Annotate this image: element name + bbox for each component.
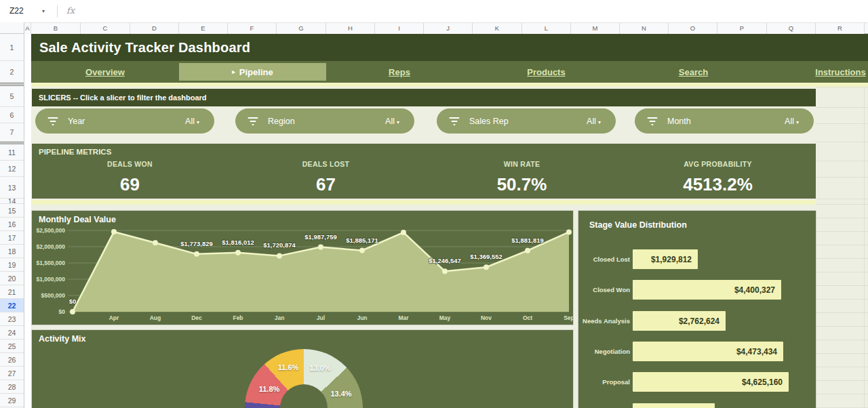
- slicer-value-dropdown[interactable]: All▾: [785, 117, 799, 126]
- pie-slice-label: 13.0%: [309, 364, 330, 372]
- row-header-22[interactable]: 22: [0, 299, 24, 312]
- row-header-25[interactable]: 25: [0, 340, 24, 353]
- tab-reps[interactable]: Reps: [326, 61, 473, 83]
- row-header-13[interactable]: 13: [0, 177, 24, 199]
- row-header-12[interactable]: 12: [0, 161, 24, 177]
- name-box-caret-icon[interactable]: ▾: [42, 8, 45, 14]
- bar-row: Negotiation$4,473,434: [578, 342, 816, 361]
- gridline: [816, 123, 868, 124]
- column-header-R[interactable]: R: [816, 23, 865, 34]
- svg-text:Jun: Jun: [357, 314, 367, 321]
- column-header-Q[interactable]: Q: [767, 23, 816, 34]
- metric-label: WIN RATE: [424, 160, 620, 168]
- metric-deals-lost: DEALS LOST67: [228, 160, 424, 195]
- slicer-year[interactable]: YearAll▾: [35, 108, 214, 134]
- row-header-2[interactable]: 2: [0, 61, 24, 83]
- formula-bar: Z22 ▾ fx: [0, 0, 868, 22]
- metric-label: DEALS LOST: [228, 160, 424, 168]
- column-header-F[interactable]: F: [228, 23, 277, 34]
- row-header-23[interactable]: 23: [0, 312, 24, 326]
- bar: [633, 403, 715, 408]
- bar-category-label: Closed Won: [578, 280, 630, 300]
- slicer-label: Region: [268, 117, 295, 126]
- svg-text:$1,816,012: $1,816,012: [222, 239, 254, 246]
- svg-text:$500,000: $500,000: [41, 292, 66, 299]
- gridline: [816, 367, 868, 367]
- metric-label: AVG PROBABILITY: [620, 160, 816, 168]
- stage-value-distribution-chart[interactable]: Stage Value Distribution Closed Lost$1,9…: [578, 211, 816, 408]
- svg-text:Jan: Jan: [275, 314, 285, 321]
- row-header-28[interactable]: 28: [0, 380, 24, 394]
- svg-text:Feb: Feb: [233, 314, 243, 321]
- column-header-J[interactable]: J: [424, 23, 473, 34]
- bar-category-label: Proposal: [578, 372, 630, 392]
- column-header-P[interactable]: P: [717, 23, 767, 34]
- slicer-value-dropdown[interactable]: All▾: [587, 117, 601, 126]
- column-header-E[interactable]: E: [179, 23, 228, 34]
- column-header-H[interactable]: H: [326, 23, 375, 34]
- filter-icon: [47, 117, 58, 125]
- monthly-deal-value-chart[interactable]: $2,500,000$2,000,000$1,500,000$1,000,000…: [32, 211, 573, 325]
- chart-title: Stage Value Distribution: [589, 220, 687, 230]
- column-header-G[interactable]: G: [277, 23, 326, 34]
- gridline: [816, 299, 868, 300]
- column-header-A[interactable]: A: [24, 23, 31, 34]
- column-header-K[interactable]: K: [473, 23, 522, 34]
- activity-mix-chart[interactable]: Activity Mix 13.0%13.4%11.6%11.8%: [32, 330, 573, 408]
- row-header-27[interactable]: 27: [0, 367, 24, 380]
- tab-overview[interactable]: Overview: [31, 61, 179, 83]
- row-header-19[interactable]: 19: [0, 258, 24, 272]
- row-header-24[interactable]: 24: [0, 326, 24, 340]
- bar: $4,400,327: [633, 280, 781, 300]
- name-box[interactable]: Z22 ▾: [0, 0, 57, 22]
- svg-text:$1,773,829: $1,773,829: [180, 240, 213, 247]
- pie-slice-label: 11.8%: [259, 385, 280, 393]
- column-header-O[interactable]: O: [669, 23, 717, 34]
- row-header-18[interactable]: 18: [0, 245, 24, 258]
- filter-icon: [248, 117, 258, 125]
- row-header-5[interactable]: 5: [0, 86, 24, 107]
- bar: $4,625,160: [633, 372, 789, 392]
- tab-label: Reps: [389, 67, 410, 77]
- row-header-7[interactable]: 7: [0, 123, 24, 142]
- row-header-1[interactable]: 1: [0, 34, 24, 61]
- accent-strip: [31, 83, 868, 87]
- bar-category-label: Closed Lost: [578, 249, 630, 269]
- slicer-sales-rep[interactable]: Sales RepAll▾: [437, 108, 616, 134]
- tab-instructions[interactable]: Instructions: [767, 61, 868, 83]
- tab-products[interactable]: Products: [473, 61, 620, 83]
- row-header-16[interactable]: 16: [0, 218, 24, 231]
- slicer-value-dropdown[interactable]: All▾: [185, 117, 199, 126]
- svg-text:May: May: [439, 314, 451, 321]
- area-chart-canvas: $2,500,000$2,000,000$1,500,000$1,000,000…: [32, 211, 573, 325]
- bar: $1,929,812: [633, 249, 698, 269]
- dashboard-tab-bar: Overview▸PipelineRepsProductsSearchInstr…: [31, 61, 868, 83]
- gridline: [816, 204, 868, 205]
- tab-search[interactable]: Search: [620, 61, 767, 83]
- column-header-C[interactable]: C: [81, 23, 130, 34]
- column-header-I[interactable]: I: [375, 23, 424, 34]
- slicer-value-dropdown[interactable]: All▾: [385, 117, 399, 126]
- row-header-21[interactable]: 21: [0, 285, 24, 299]
- row-header-14[interactable]: 14: [0, 199, 24, 204]
- row-header-15[interactable]: 15: [0, 204, 24, 218]
- svg-text:$1,885,171: $1,885,171: [346, 237, 378, 244]
- column-header-B[interactable]: B: [31, 23, 81, 34]
- row-header-11[interactable]: 11: [0, 144, 24, 161]
- slicer-month[interactable]: MonthAll▾: [635, 108, 814, 134]
- row-header-6[interactable]: 6: [0, 107, 24, 123]
- slicers-section-title: SLICERS -- Click a slicer to filter the …: [32, 94, 207, 102]
- slicer-region[interactable]: RegionAll▾: [235, 108, 414, 134]
- select-all-corner[interactable]: [0, 22, 24, 34]
- column-header-N[interactable]: N: [620, 23, 669, 34]
- tab-pipeline[interactable]: ▸Pipeline: [179, 63, 326, 81]
- column-header-M[interactable]: M: [571, 23, 620, 34]
- row-header-29[interactable]: 29: [0, 394, 24, 407]
- column-header-D[interactable]: D: [130, 23, 179, 34]
- column-header-L[interactable]: L: [522, 23, 571, 34]
- row-header-26[interactable]: 26: [0, 353, 24, 367]
- row-header-17[interactable]: 17: [0, 231, 24, 245]
- row-header-20[interactable]: 20: [0, 272, 24, 285]
- bar: $2,762,624: [633, 311, 726, 331]
- fx-icon[interactable]: fx: [66, 5, 75, 16]
